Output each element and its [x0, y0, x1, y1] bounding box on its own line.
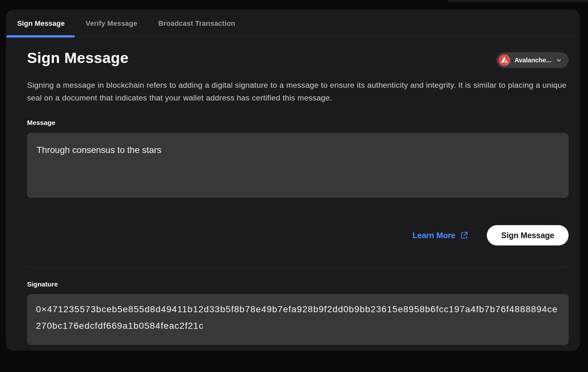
tab-sign-message[interactable]: Sign Message	[17, 10, 65, 37]
actions-row: Learn More Sign Message	[413, 225, 569, 245]
top-edge-overlay	[448, 0, 588, 2]
chevron-down-icon	[556, 57, 562, 64]
section-divider	[27, 266, 569, 267]
network-selector[interactable]: Avalanche...	[496, 52, 569, 68]
signature-label: Signature	[27, 280, 58, 288]
signature-output: 0×471235573bceb5e855d8d49411b12d33b5f8b7…	[27, 294, 569, 345]
message-label: Message	[27, 119, 55, 127]
tab-bar: Sign Message Verify Message Broadcast Tr…	[6, 10, 580, 38]
tab-verify-message[interactable]: Verify Message	[86, 10, 137, 37]
avalanche-icon	[499, 54, 510, 66]
message-input[interactable]: Through consensus to the stars	[27, 133, 569, 198]
learn-more-link[interactable]: Learn More	[413, 231, 469, 240]
page-title: Sign Message	[27, 49, 129, 66]
external-link-icon	[460, 231, 468, 239]
main-card: Sign Message Verify Message Broadcast Tr…	[6, 10, 580, 351]
tab-broadcast-transaction[interactable]: Broadcast Transaction	[158, 10, 235, 37]
page-background: Sign Message Verify Message Broadcast Tr…	[0, 0, 588, 372]
network-selector-label: Avalanche...	[514, 57, 551, 64]
sign-message-button[interactable]: Sign Message	[487, 225, 569, 245]
learn-more-label: Learn More	[413, 231, 456, 240]
page-description: Signing a message in blockchain refers t…	[27, 79, 570, 104]
